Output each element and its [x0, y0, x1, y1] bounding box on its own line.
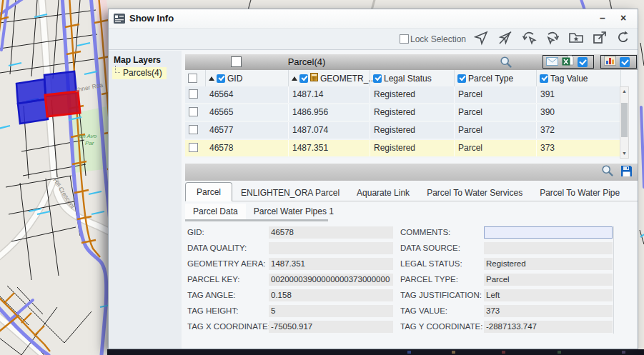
table-row[interactable]: 46565 1486.956 Registered Parcel 390 [185, 104, 621, 122]
excel-export-icon[interactable] [562, 55, 574, 69]
tag-height-field[interactable]: 5 [269, 305, 393, 317]
row-checkbox[interactable] [189, 143, 198, 152]
geometry-area-field[interactable]: 1487.351 [269, 258, 393, 270]
refresh-icon[interactable] [615, 30, 631, 49]
column-header-tag-value[interactable]: Tag Value [537, 70, 621, 86]
save-icon[interactable] [620, 165, 633, 180]
column-header-gid[interactable]: GID [206, 70, 289, 86]
scrollbar-thumb[interactable] [621, 103, 628, 137]
mail-icon[interactable] [546, 56, 558, 69]
parcel-type-field[interactable]: Parcel [484, 274, 613, 286]
form-column-right: COMMENTS: DATA SOURCE: LEGAL STATUS:Regi… [400, 226, 613, 333]
field-gid: GID:46578 [187, 226, 393, 239]
column-checked-toggle[interactable] [217, 74, 225, 83]
field-data-source: DATA SOURCE: [400, 242, 613, 254]
previous-selection-icon[interactable] [521, 30, 537, 49]
tag-y-coordinate-field[interactable]: -2887133.747 [484, 321, 613, 333]
column-header-parcel-type[interactable]: Parcel Type [455, 70, 537, 86]
header-row-checkbox[interactable] [188, 74, 197, 83]
grid-rows: 46564 1487.14 Registered Parcel 391 4656… [185, 86, 621, 158]
detail-tabs: Parcel ENLIGHTEN_ORA Parcel Aquarate Lin… [185, 182, 638, 201]
selected-parcel-blue-3[interactable] [18, 99, 48, 124]
field-geometry-area: GEOMETTRY AERA:1487.351 [187, 258, 393, 270]
subtab-parcel-water-pipes-1[interactable]: Parcel Water Pipes 1 [246, 204, 342, 219]
field-tag-height: TAG HEIGHT:5 [187, 305, 393, 317]
form-column-left: GID:46578 DATA QUALITY: GEOMETTRY AERA:1… [187, 226, 393, 333]
column-header-select[interactable] [185, 70, 206, 86]
statistics-icon[interactable] [604, 55, 616, 69]
detail-toolbar [185, 164, 638, 181]
column-checked-toggle[interactable] [373, 74, 382, 83]
field-tag-x-coordinate: TAG X COORDINATE:-75050.917 [187, 321, 393, 333]
next-selection-icon[interactable] [545, 30, 560, 49]
saved-selections-folder-icon[interactable] [568, 30, 584, 49]
field-tag-angle: TAG ANGLE:0.158 [187, 289, 393, 301]
layer-item-parcels[interactable]: Parcels(4) [112, 67, 167, 79]
gid-field[interactable]: 46578 [269, 226, 393, 239]
column-checked-toggle[interactable] [457, 74, 466, 83]
tab-parcel-to-water-pipe[interactable]: Parcel To Water Pipe [531, 185, 628, 201]
select-arrow-icon[interactable] [474, 30, 490, 49]
field-comments: COMMENTS: [400, 226, 613, 239]
field-tag-value: TAG VALUE:373 [400, 305, 613, 317]
lock-selection-label: Lock Selection [410, 34, 466, 44]
column-checked-toggle[interactable] [540, 74, 548, 83]
form-right-rule [613, 226, 614, 334]
column-checked-toggle[interactable] [299, 74, 308, 83]
field-data-quality: DATA QUALITY: [187, 242, 393, 254]
field-tag-justification: TAG JUSTIFICATION:Left [400, 289, 613, 301]
tag-x-coordinate-field[interactable]: -75050.917 [269, 321, 393, 333]
select-all-checkbox[interactable] [231, 56, 242, 67]
close-button[interactable]: × [615, 11, 631, 25]
field-tag-y-coordinate: TAG Y COORDINATE:-2887133.747 [400, 321, 613, 333]
table-row[interactable]: 46564 1487.14 Registered Parcel 391 [185, 86, 621, 104]
search-icon[interactable] [601, 164, 614, 180]
data-source-field[interactable] [484, 242, 613, 254]
open-external-icon[interactable] [592, 30, 608, 49]
column-header-legal-status[interactable]: Legal Status [370, 70, 455, 86]
lock-selection-checkbox[interactable] [400, 34, 409, 44]
field-parcel-type: PARCEL TYPE:Parcel [400, 274, 613, 286]
row-checkbox[interactable] [189, 125, 198, 134]
statistics-checked-toggle[interactable] [620, 57, 630, 67]
show-info-icon [114, 14, 125, 26]
export-checked-toggle[interactable] [578, 57, 588, 67]
calculator-icon [310, 73, 318, 84]
grid-column-headers: GID GEOMETR_... Legal Status Parcel T [185, 70, 621, 88]
table-row-highlighted[interactable]: 46578 1487.351 Registered Parcel 373 [185, 140, 621, 158]
table-row[interactable]: 46577 1487.074 Registered Parcel 372 [185, 122, 621, 140]
data-quality-field[interactable] [269, 242, 393, 254]
map-layers-title: Map Layers [114, 55, 182, 65]
tab-aquarate-link[interactable]: Aquarate Link [348, 185, 418, 201]
grid-group-title: Parcel(4) [257, 56, 357, 67]
minimize-button[interactable]: – [595, 11, 610, 25]
scroll-down-icon[interactable]: ▼ [620, 149, 628, 158]
screen: chner Roa Hill Crescent len Avo Par Show… [0, 0, 644, 355]
tab-parcel[interactable]: Parcel [185, 182, 232, 201]
row-checkbox[interactable] [189, 107, 198, 116]
tag-justification-field[interactable]: Left [484, 289, 613, 301]
search-icon[interactable] [500, 56, 512, 71]
titlebar[interactable]: Show Info – × [109, 9, 638, 29]
highlighted-parcel-red[interactable] [45, 91, 80, 116]
field-parcel-key: PARCEL KEY:00200003900000000373000000 [187, 274, 393, 286]
clear-selection-icon[interactable] [497, 30, 513, 49]
statistics-icon-group [600, 55, 637, 69]
comments-input[interactable] [484, 226, 613, 239]
main-area: Parcel(4) [182, 51, 638, 349]
export-icon-group [543, 55, 594, 69]
sort-asc-icon [209, 76, 214, 81]
scroll-up-icon[interactable]: ▲ [620, 87, 628, 96]
tab-enlighten-ora-parcel[interactable]: ENLIGHTEN_ORA Parcel [232, 185, 348, 201]
tab-parcel-to-water-services[interactable]: Parcel To Water Services [418, 185, 531, 201]
grid-group-header: Parcel(4) [185, 54, 638, 70]
grid-scrollbar[interactable]: ▲ ▼ [620, 86, 629, 159]
row-checkbox[interactable] [189, 89, 198, 99]
legal-status-field[interactable]: Registered [484, 258, 613, 270]
window-title: Show Info [129, 13, 174, 24]
column-header-geometry[interactable]: GEOMETR_... [289, 70, 370, 86]
tag-angle-field[interactable]: 0.158 [269, 289, 393, 301]
subtab-parcel-data[interactable]: Parcel Data [185, 204, 246, 219]
tag-value-field[interactable]: 373 [484, 305, 613, 317]
parcel-key-field[interactable]: 00200003900000000373000000 [269, 274, 393, 286]
